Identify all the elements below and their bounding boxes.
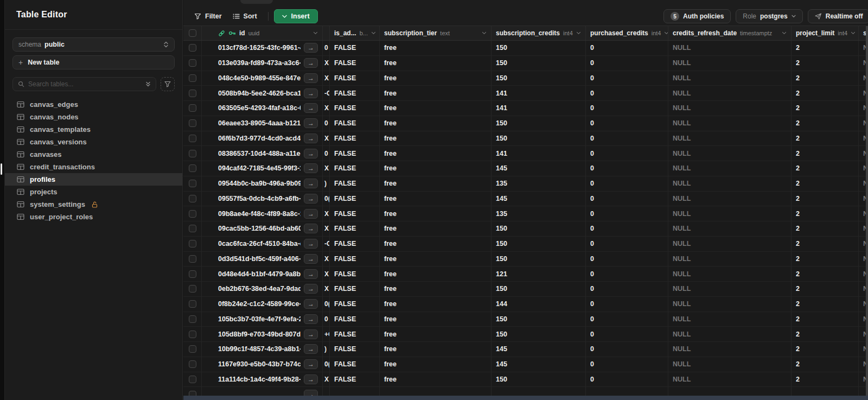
cell-subscription-credits[interactable]: 150 xyxy=(492,312,586,327)
horizontal-scrollbar[interactable] xyxy=(183,396,868,400)
cell-purchased-credits[interactable]: 0 xyxy=(586,282,668,296)
cell-clipped[interactable]: 0( xyxy=(323,357,330,372)
sidebar-item-canvases[interactable]: canvases xyxy=(5,148,182,161)
cell-clipped[interactable]: X xyxy=(323,161,330,176)
row-checkbox[interactable] xyxy=(189,74,196,82)
cell-project-limit[interactable]: 2 xyxy=(792,282,859,296)
expand-row-button[interactable]: → xyxy=(304,58,318,68)
cell-project-limit[interactable]: 2 xyxy=(792,56,859,71)
expand-row-button[interactable]: → xyxy=(304,103,318,113)
cell-purchased-credits[interactable]: 0 xyxy=(586,237,668,251)
cell-id[interactable]: 0d3d541d-bf5c-459f-a406-16b93...→ xyxy=(202,252,323,266)
cell-purchased-credits[interactable]: 0 xyxy=(586,176,668,191)
row-checkbox[interactable] xyxy=(189,360,196,368)
row-checkbox[interactable] xyxy=(189,270,196,278)
cell-project-limit[interactable]: 2 xyxy=(792,176,859,191)
cell-credits-refresh-date[interactable]: NULL xyxy=(668,266,792,281)
cell-clipped[interactable]: X xyxy=(323,206,330,221)
cell-credits-refresh-date[interactable]: NULL xyxy=(668,282,792,296)
cell-credits-refresh-date[interactable]: NULL xyxy=(668,342,792,357)
cell-credits-refresh-date[interactable]: NULL xyxy=(668,297,792,312)
cell-id[interactable]: 09b8ae4e-f48c-4f89-8a8c-1629b...→ xyxy=(202,206,323,221)
expand-row-button[interactable]: → xyxy=(304,134,318,143)
chevron-down-icon[interactable] xyxy=(371,31,376,35)
cell-is-admin[interactable]: FALSE xyxy=(330,131,380,146)
cell-project-limit[interactable]: 2 xyxy=(792,372,859,387)
row-checkbox[interactable] xyxy=(189,225,196,232)
cell-credits-refresh-date[interactable]: NULL xyxy=(668,161,792,176)
cell-id[interactable]: 10b99c1f-4857-4c39-a8b1-263b8...→ xyxy=(202,342,323,357)
cell-is-admin[interactable]: FALSE xyxy=(330,282,380,296)
cell-project-limit[interactable]: 2 xyxy=(792,312,859,327)
cell-subscription-credits[interactable]: 141 xyxy=(492,146,586,161)
realtime-toggle-button[interactable]: Realtime off xyxy=(808,9,868,23)
cell-clipped[interactable]: -C xyxy=(323,86,330,100)
cell-purchased-credits[interactable]: 0 xyxy=(586,357,668,372)
chevron-down-icon[interactable] xyxy=(782,31,787,35)
cell-is-admin[interactable]: FALSE xyxy=(330,71,380,86)
cell-project-limit[interactable]: 2 xyxy=(792,252,859,266)
chevron-down-icon[interactable] xyxy=(664,31,668,35)
cell-clipped[interactable]: 0 xyxy=(323,41,330,55)
header-subscription-credits[interactable]: subscription_credits int4 xyxy=(492,26,586,40)
row-checkbox[interactable] xyxy=(189,300,196,308)
cell-purchased-credits[interactable]: 0 xyxy=(586,372,668,387)
cell-purchased-credits[interactable]: 0 xyxy=(586,297,668,312)
cell-subscription-credits[interactable]: 150 xyxy=(492,41,586,55)
cell-id[interactable]: 09544b0c-ba9b-496a-9b09-244...→ xyxy=(202,176,323,191)
cell-subscription-credits[interactable]: 145 xyxy=(492,342,586,357)
chevron-down-icon[interactable] xyxy=(313,31,318,35)
cell-clipped[interactable]: +C xyxy=(323,327,330,341)
cell-subscription-tier[interactable]: free xyxy=(380,116,492,131)
rail-scroll-indicator[interactable] xyxy=(1,163,2,175)
cell-is-admin[interactable]: FALSE xyxy=(330,192,380,206)
cell-clipped[interactable]: X xyxy=(323,71,330,86)
cell-project-limit[interactable]: 2 xyxy=(792,41,859,55)
row-checkbox[interactable] xyxy=(189,345,196,353)
cell-subscription-credits[interactable]: 145 xyxy=(492,192,586,206)
row-checkbox[interactable] xyxy=(189,90,196,97)
cell-subscription-tier[interactable]: free xyxy=(380,176,492,191)
sidebar-item-projects[interactable]: projects xyxy=(5,186,182,198)
cell-purchased-credits[interactable]: 0 xyxy=(586,342,668,357)
expand-row-button[interactable]: → xyxy=(304,224,318,233)
expand-row-button[interactable]: → xyxy=(304,299,318,309)
cell-is-admin[interactable]: FALSE xyxy=(330,41,380,55)
cell-is-admin[interactable]: FALSE xyxy=(330,266,380,281)
expand-row-button[interactable]: → xyxy=(304,163,318,173)
cell-id[interactable]: 06eaee33-8905-4aaa-b121-ab552...→ xyxy=(202,116,323,131)
role-select[interactable]: Role postgres xyxy=(736,9,802,23)
filter-button[interactable]: Filter xyxy=(189,10,227,23)
cell-credits-refresh-date[interactable]: NULL xyxy=(668,312,792,327)
cell-purchased-credits[interactable]: 0 xyxy=(586,327,668,341)
cell-clipped[interactable]: X xyxy=(323,372,330,387)
cell-project-limit[interactable]: 2 xyxy=(792,192,859,206)
cell-clipped[interactable]: ) xyxy=(323,176,330,191)
cell-clipped[interactable]: X xyxy=(323,266,330,281)
header-subscription-tier[interactable]: subscription_tier text xyxy=(380,26,492,40)
row-checkbox[interactable] xyxy=(189,44,196,52)
cell-credits-refresh-date[interactable]: NULL xyxy=(668,327,792,341)
sidebar-item-canvas_templates[interactable]: canvas_templates xyxy=(5,123,182,136)
header-purchased-credits[interactable]: purchased_credits int4 xyxy=(586,26,668,40)
cell-subscription-credits[interactable]: 141 xyxy=(492,86,586,100)
cell-id[interactable]: 11a114cb-1a4c-49f4-9b28-52219ec...→ xyxy=(202,372,323,387)
expand-row-button[interactable]: → xyxy=(304,149,318,158)
cell-purchased-credits[interactable]: 0 xyxy=(586,252,668,266)
cell-project-limit[interactable]: 2 xyxy=(792,146,859,161)
cell-clipped[interactable]: X xyxy=(323,252,330,266)
sidebar-item-canvas_nodes[interactable]: canvas_nodes xyxy=(5,111,182,123)
cell-is-admin[interactable]: FALSE xyxy=(330,56,380,71)
cell-id[interactable]: 1167e930-e5b0-43b7-b74c-788c9...→ xyxy=(202,357,323,372)
cell-is-admin[interactable]: FALSE xyxy=(330,161,380,176)
sort-button[interactable]: Sort xyxy=(227,10,263,23)
cell-is-admin[interactable]: FALSE xyxy=(330,372,380,387)
row-checkbox[interactable] xyxy=(189,240,196,247)
cell-subscription-tier[interactable]: free xyxy=(380,266,492,281)
cell-purchased-credits[interactable]: 0 xyxy=(586,146,668,161)
cell-clipped[interactable]: X xyxy=(323,221,330,236)
cell-subscription-tier[interactable]: free xyxy=(380,101,492,116)
expand-row-button[interactable]: → xyxy=(304,88,318,98)
cell-credits-refresh-date[interactable]: NULL xyxy=(668,86,792,100)
cell-subscription-credits[interactable]: 135 xyxy=(492,206,586,221)
